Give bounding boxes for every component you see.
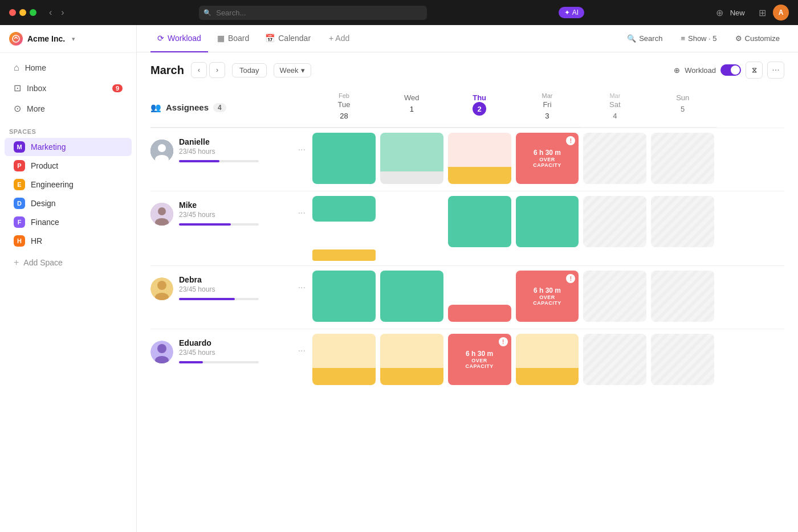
debra-cell-thu2 <box>446 266 514 329</box>
board-tab-label: Board <box>228 34 249 43</box>
close-dot[interactable] <box>9 9 16 16</box>
debra-avatar <box>150 277 173 300</box>
space-item-marketing[interactable]: M Marketing <box>5 138 132 156</box>
space-item-design[interactable]: D Design <box>5 194 132 212</box>
search-button[interactable]: 🔍 Search <box>622 32 667 45</box>
svg-point-2 <box>158 144 166 152</box>
debra-block-capacity: ! 6 h 30 m OVER CAPACITY <box>516 271 579 322</box>
eduardo-cell-tue28 <box>310 329 378 392</box>
next-arrow[interactable]: › <box>209 62 225 78</box>
workload-toggle-switch[interactable] <box>720 64 741 76</box>
debra-cell-wed1 <box>378 266 446 329</box>
svg-point-8 <box>157 281 166 290</box>
workload-block-stack <box>380 133 443 184</box>
sidebar-item-inbox[interactable]: ⊡ Inbox 9 <box>5 78 132 98</box>
sidebar-item-more[interactable]: ⊙ More <box>5 99 132 118</box>
assignees-label: Assignees <box>166 103 209 112</box>
today-button[interactable]: Today <box>232 63 267 77</box>
back-button[interactable]: ‹ <box>46 6 55 19</box>
debra-block-tue <box>312 271 376 322</box>
tab-calendar[interactable]: 📅 Calendar <box>258 25 317 52</box>
forward-button[interactable]: › <box>58 6 67 19</box>
danielle-cell-sun5 <box>649 128 716 191</box>
space-item-hr[interactable]: H HR <box>5 232 132 250</box>
assignee-mike: Mike 23/45 hours ··· <box>150 191 310 265</box>
danielle-cell-tue28 <box>310 128 378 191</box>
debra-cell-sat4 <box>581 266 649 329</box>
mike-avatar <box>150 203 173 226</box>
space-label-marketing: Marketing <box>31 142 66 152</box>
more-options-button[interactable]: ··· <box>767 62 784 79</box>
debra-menu[interactable]: ··· <box>298 283 306 293</box>
eduardo-block-tue <box>312 334 376 385</box>
col-header-sun5: Sun 5 <box>649 88 716 128</box>
titlebar-right: ⊕ New | ⊞ A <box>716 5 789 21</box>
assignees-count: 4 <box>213 103 226 112</box>
debra-progress-fill <box>179 298 235 300</box>
sidebar-item-more-label: More <box>27 104 45 113</box>
eduardo-cell-fri3 <box>514 329 581 392</box>
add-space-button[interactable]: + Add Space <box>5 253 132 272</box>
space-label-product: Product <box>31 161 58 170</box>
eduardo-cell-thu2: ! 6 h 30 m OVER CAPACITY <box>446 329 514 392</box>
search-icon: 🔍 <box>627 34 636 43</box>
user-avatar[interactable]: A <box>773 5 789 21</box>
workload-icon: ⊕ <box>674 66 680 75</box>
sidebar-item-inbox-label: Inbox <box>27 84 46 93</box>
debra-progress-bg <box>179 298 259 300</box>
mike-cell-wed1 <box>378 191 446 265</box>
sidebar-item-home-label: Home <box>25 63 46 72</box>
danielle-cell-sat4 <box>581 128 649 191</box>
eduardo-block-fri <box>516 334 579 385</box>
customize-button[interactable]: ⚙ Customize <box>731 32 784 45</box>
ellipsis-icon: ··· <box>772 65 779 75</box>
workload-toggle-label: Workload <box>685 66 716 75</box>
window-controls <box>9 9 36 16</box>
danielle-menu[interactable]: ··· <box>298 145 306 155</box>
col-header-sat4: Mar Sat 4 <box>581 88 649 128</box>
week-button[interactable]: Week ▾ <box>274 63 311 77</box>
new-button[interactable]: New <box>730 9 745 17</box>
col-header-thu2: Thu 2 <box>446 88 514 128</box>
chevron-down-icon: ▾ <box>72 35 75 43</box>
tab-workload[interactable]: ⟳ Workload <box>150 25 208 52</box>
danielle-progress-bg <box>179 160 259 162</box>
mike-cell-tue28 <box>310 191 378 265</box>
mike-block-fri <box>516 196 579 247</box>
grid-icon[interactable]: ⊞ <box>759 7 766 18</box>
eduardo-name: Eduardo <box>179 338 215 347</box>
assignees-icon: 👥 <box>150 103 161 113</box>
eduardo-capacity-icon: ! <box>499 337 508 346</box>
org-header[interactable]: Acme Inc. ▾ <box>0 25 136 53</box>
mike-block-thu <box>448 196 511 247</box>
debra-capacity-label: 6 h 30 m OVER CAPACITY <box>531 287 563 306</box>
danielle-cell-fri3: ! 6 h 30 m OVER CAPACITY <box>514 128 581 191</box>
ai-icon: ✦ <box>564 9 570 17</box>
debra-hours: 23/45 hours <box>179 285 215 293</box>
eduardo-menu[interactable]: ··· <box>298 346 306 356</box>
sidebar-item-home[interactable]: ⌂ Home <box>5 58 132 77</box>
workload-block-over <box>448 133 511 184</box>
space-dot-marketing: M <box>14 141 25 153</box>
customize-label: Customize <box>745 34 780 43</box>
prev-arrow[interactable]: ‹ <box>191 62 207 78</box>
search-label: Search <box>639 34 662 43</box>
workload-block-peach <box>448 133 511 167</box>
global-search-input[interactable] <box>199 6 427 20</box>
more-icon: ⊙ <box>14 103 21 114</box>
space-item-product[interactable]: P Product <box>5 157 132 175</box>
maximize-dot[interactable] <box>30 9 36 16</box>
space-item-finance[interactable]: F Finance <box>5 213 132 231</box>
tab-board[interactable]: ▦ Board <box>210 25 256 52</box>
space-item-engineering[interactable]: E Engineering <box>5 175 132 194</box>
filter-button[interactable]: ⧖ <box>746 62 763 79</box>
show-button[interactable]: ≡ Show · 5 <box>676 32 721 45</box>
minimize-dot[interactable] <box>19 9 26 16</box>
col-day-sun: Sun <box>649 93 716 102</box>
mike-progress-fill <box>179 223 231 226</box>
tab-add-button[interactable]: + Add <box>322 25 356 52</box>
workload-header: March ‹ › Today Week ▾ ⊕ Workload ⧖ <box>137 52 798 88</box>
space-dot-product: P <box>14 160 25 171</box>
ai-badge[interactable]: ✦ AI <box>559 7 584 18</box>
mike-menu[interactable]: ··· <box>298 208 306 218</box>
